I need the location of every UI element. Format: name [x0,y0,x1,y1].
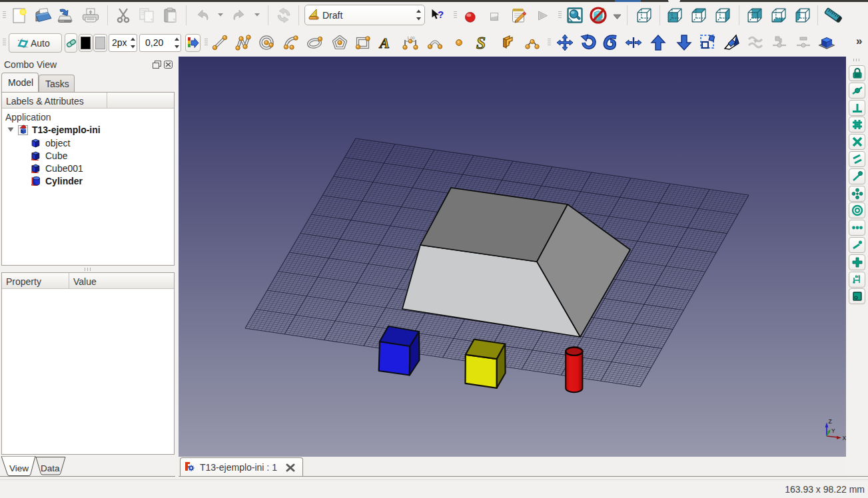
svg-text:A: A [378,35,390,51]
svg-text:Y: Y [831,427,835,434]
svg-text:Z: Z [829,418,832,425]
svg-text:?: ? [438,9,444,20]
svg-text:S: S [476,35,486,51]
svg-text:1.0: 1.0 [855,274,860,278]
